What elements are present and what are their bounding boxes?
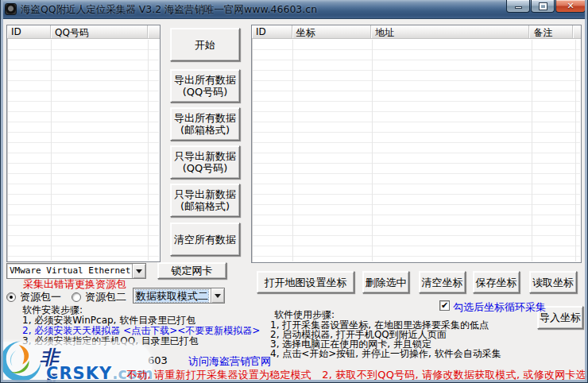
grid-line bbox=[51, 40, 52, 261]
export-all-mail-label: 导出所有数据 (邮箱格式) bbox=[174, 112, 236, 136]
loop-collect-label: 勾选后坐标循环采集 bbox=[453, 300, 546, 315]
minimize-icon bbox=[515, 6, 522, 9]
grid-line bbox=[575, 40, 576, 261]
resource-pack-1-label: 资源包一 bbox=[20, 290, 61, 304]
radio-unselected-icon bbox=[72, 292, 81, 302]
coordinates-table[interactable]: ID 坐标 地址 备注 bbox=[251, 25, 582, 263]
coord-table-header: ID 坐标 地址 备注 bbox=[252, 25, 581, 39]
install-step-1: 1, 必须安装WinPcap, 软件目录里已打包 bbox=[22, 315, 195, 326]
open-map-button[interactable]: 打开地图设置坐标 bbox=[257, 271, 354, 293]
maximize-icon bbox=[540, 3, 547, 10]
app-icon bbox=[5, 3, 17, 15]
clear-coords-label: 清空坐标 bbox=[422, 277, 463, 288]
dropdown-arrow-icon[interactable] bbox=[132, 264, 145, 278]
export-all-mail-button[interactable]: 导出所有数据 (邮箱格式) bbox=[170, 107, 240, 141]
column-header-address[interactable]: 地址 bbox=[371, 25, 529, 38]
footer-warning-text: 不动, 请重新打开采集器设置为稳定模式 2, 获取不到QQ号码, 请修改数据获取… bbox=[126, 368, 588, 382]
column-header-filler bbox=[573, 25, 581, 38]
minimize-button[interactable] bbox=[506, 0, 530, 13]
delete-selected-label: 删除选中 bbox=[366, 277, 407, 288]
export-new-mail-button[interactable]: 只导出新数据 (邮箱格式) bbox=[170, 184, 240, 217]
export-all-qq-button[interactable]: 导出所有数据 (QQ号码) bbox=[170, 69, 240, 103]
qq-table-body[interactable] bbox=[8, 40, 159, 261]
resource-pack-2-label: 资源包二 bbox=[85, 290, 126, 304]
clear-all-data-label: 清空所有数据 bbox=[174, 234, 236, 246]
export-new-qq-label: 只导出新数据 (QQ号码) bbox=[174, 150, 236, 174]
column-header-id[interactable]: ID bbox=[7, 25, 51, 38]
install-steps-title: 软件安装步骤: bbox=[22, 305, 83, 315]
clear-all-data-button[interactable]: 清空所有数据 bbox=[170, 222, 240, 256]
read-coords-button[interactable]: 读取坐标 bbox=[529, 271, 577, 293]
delete-selected-button[interactable]: 删除选中 bbox=[362, 271, 409, 293]
export-new-qq-button[interactable]: 只导出新数据 (QQ号码) bbox=[170, 145, 240, 179]
install-step-3: 3, 必须安装指定的手机QQ, 目录里已打包 bbox=[22, 336, 199, 346]
open-map-label: 打开地图设置坐标 bbox=[265, 277, 347, 288]
network-adapter-select[interactable]: VMware Virtual Ethernet A bbox=[6, 263, 146, 279]
contact-number-fragment: 603 bbox=[148, 354, 168, 366]
dropdown-arrow-icon[interactable] bbox=[211, 288, 224, 303]
qq-table-header: ID QQ号码 bbox=[7, 25, 160, 39]
title-bar[interactable]: 海盗QQ附近人定位采集器 V3.2 海盗营销唯一官网www.46603.cn ✕ bbox=[0, 0, 588, 19]
export-new-mail-label: 只导出新数据 (邮箱格式) bbox=[174, 188, 236, 212]
lock-network-card-label: 锁定网卡 bbox=[172, 265, 213, 277]
official-site-link[interactable]: 访问海盗营销官网 bbox=[188, 354, 271, 369]
data-mode-select[interactable]: 数据获取模式二 bbox=[133, 288, 225, 304]
column-header-id[interactable]: ID bbox=[252, 25, 292, 38]
lock-network-card-button[interactable]: 锁定网卡 bbox=[157, 262, 226, 279]
read-coords-label: 读取坐标 bbox=[532, 277, 574, 288]
coord-table-body[interactable] bbox=[253, 40, 580, 261]
column-header-qq-number[interactable]: QQ号码 bbox=[51, 25, 148, 38]
resource-pack-1-radio[interactable]: 资源包一 bbox=[6, 290, 61, 304]
usage-step-4: 4, 点击<开始>按钮, 并停止一切操作, 软件会自动采集 bbox=[270, 349, 501, 359]
grid-line bbox=[148, 40, 149, 261]
column-header-coordinate[interactable]: 坐标 bbox=[292, 25, 371, 38]
save-coords-label: 保存坐标 bbox=[476, 277, 517, 288]
grid-line bbox=[532, 40, 532, 261]
save-coords-button[interactable]: 保存坐标 bbox=[473, 271, 520, 293]
checkbox-checked-icon: ✔ bbox=[439, 300, 450, 311]
close-button[interactable]: ✕ bbox=[555, 0, 586, 13]
app-window: 海盗QQ附近人定位采集器 V3.2 海盗营销唯一官网www.46603.cn ✕… bbox=[0, 0, 588, 383]
grid-line bbox=[292, 40, 293, 261]
usage-steps-title: 软件使用步骤: bbox=[274, 310, 335, 320]
close-icon: ✕ bbox=[567, 2, 574, 10]
network-adapter-value: VMware Virtual Ethernet A bbox=[7, 264, 132, 278]
resource-pack-2-radio[interactable]: 资源包二 bbox=[72, 290, 126, 304]
window-title: 海盗QQ附近人定位采集器 V3.2 海盗营销唯一官网www.46603.cn bbox=[21, 3, 317, 17]
radio-selected-icon bbox=[6, 292, 16, 302]
grid-line bbox=[372, 40, 373, 261]
data-mode-value: 数据获取模式二 bbox=[136, 290, 208, 302]
clear-coords-button[interactable]: 清空坐标 bbox=[419, 271, 466, 293]
watermark-site-name: 非凡软件站 bbox=[40, 345, 60, 383]
loop-collect-checkbox[interactable]: ✔ 勾选后坐标循环采集 bbox=[439, 300, 546, 315]
qq-number-table[interactable]: ID QQ号码 bbox=[6, 25, 161, 262]
install-step-2-download-link[interactable]: 2, 必须安装天天模拟器 <点击下载><不要更新模拟器> bbox=[22, 326, 260, 336]
export-all-qq-label: 导出所有数据 (QQ号码) bbox=[174, 74, 236, 98]
maximize-button[interactable] bbox=[531, 0, 555, 13]
start-button[interactable]: 开始 bbox=[170, 28, 240, 61]
column-header-filler bbox=[148, 25, 160, 38]
start-button-label: 开始 bbox=[195, 39, 215, 51]
column-header-remark[interactable]: 备注 bbox=[529, 25, 573, 38]
